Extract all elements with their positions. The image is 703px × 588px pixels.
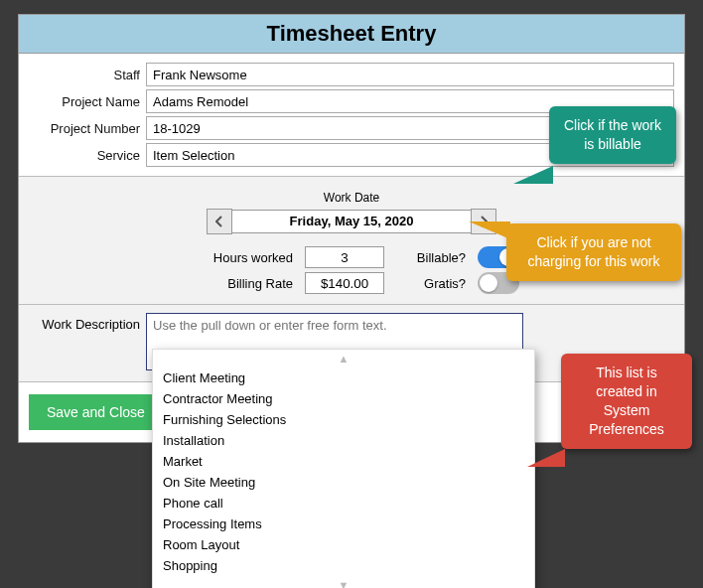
workdate-label: Work Date	[324, 191, 379, 205]
dropdown-item[interactable]: Phone call	[153, 493, 534, 514]
scroll-down-icon[interactable]: ▼	[153, 576, 534, 588]
toggle-knob-icon	[480, 274, 497, 292]
chevron-left-icon	[215, 216, 223, 227]
description-dropdown[interactable]: ▲ Client MeetingContractor MeetingFurnis…	[152, 349, 535, 588]
callout-text: Click if you are not charging for this w…	[527, 234, 659, 269]
scroll-up-icon[interactable]: ▲	[153, 350, 534, 368]
dropdown-item[interactable]: Furnishing Selections	[153, 409, 534, 430]
date-prev-button[interactable]	[207, 209, 232, 234]
staff-input[interactable]	[146, 63, 674, 86]
project-number-label: Project Number	[29, 121, 146, 136]
dropdown-item[interactable]: On Site Meeting	[153, 472, 534, 493]
workdate-value[interactable]: Friday, May 15, 2020	[232, 210, 471, 233]
service-label: Service	[29, 148, 146, 163]
callout-text: This list is created in System Preferenc…	[589, 365, 663, 437]
gratis-label: Gratis?	[396, 276, 466, 291]
rate-input[interactable]	[305, 272, 384, 294]
dropdown-item[interactable]: Client Meeting	[153, 368, 534, 388]
panel-title: Timesheet Entry	[19, 15, 684, 54]
project-name-label: Project Name	[29, 94, 146, 109]
dropdown-item[interactable]: Room Layout	[153, 534, 534, 555]
staff-label: Staff	[29, 68, 146, 82]
callout-tail-icon	[527, 449, 565, 467]
rate-label: Billing Rate	[184, 276, 293, 291]
description-label: Work Description	[29, 313, 146, 332]
callout-billable: Click if the work is billable	[549, 106, 676, 164]
callout-tail-icon	[469, 221, 510, 239]
dropdown-item[interactable]: Shopping	[153, 555, 534, 576]
dropdown-item[interactable]: Market	[153, 451, 534, 472]
callout-list: This list is created in System Preferenc…	[561, 354, 692, 449]
dropdown-item[interactable]: Installation	[153, 430, 534, 451]
save-close-button[interactable]: Save and Close	[29, 394, 163, 430]
hours-label: Hours worked	[184, 250, 293, 265]
callout-text: Click if the work is billable	[564, 117, 661, 152]
billable-label: Billable?	[396, 250, 466, 265]
callout-tail-icon	[513, 166, 553, 184]
dropdown-item[interactable]: Contractor Meeting	[153, 388, 534, 409]
callout-gratis: Click if you are not charging for this w…	[506, 223, 681, 281]
hours-input[interactable]	[305, 246, 384, 268]
dropdown-item[interactable]: Processing Items	[153, 514, 534, 534]
